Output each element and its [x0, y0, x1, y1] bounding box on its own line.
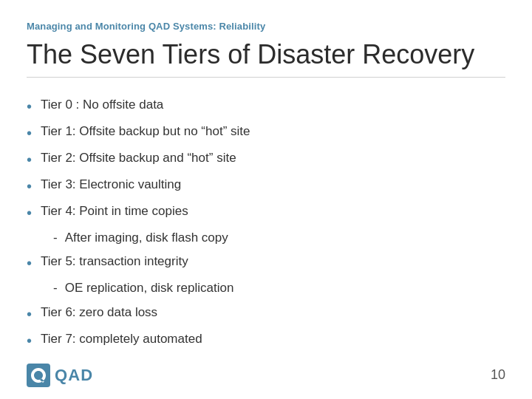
logo-text: QAD — [55, 366, 93, 385]
tier-item-tier3: • Tier 3: Electronic vaulting — [27, 177, 505, 196]
tier-text-tier5: Tier 5: transaction integrity — [41, 253, 505, 270]
tier-item-tier5: • Tier 5: transaction integrity — [27, 253, 505, 273]
tier-item-tier4: • Tier 4: Point in time copies — [27, 203, 505, 222]
tier-item-tier7: • Tier 7: completely automated — [27, 331, 505, 350]
bullet-tier0: • — [27, 97, 32, 116]
subtitle: Managing and Monitoring QAD Systems: Rel… — [27, 21, 505, 32]
tier-item-tier2: • Tier 2: Offsite backup and “hot” site — [27, 150, 505, 169]
logo-container: QAD — [27, 364, 93, 387]
tier-text-tier6: Tier 6: zero data loss — [41, 304, 505, 321]
bullet-tier5: • — [27, 253, 32, 273]
sub-item-tier4: - After imaging, disk flash copy — [53, 230, 505, 246]
page-number: 10 — [491, 367, 505, 383]
tier-text-tier3: Tier 3: Electronic vaulting — [41, 177, 505, 193]
tier-item-tier1: • Tier 1: Offsite backup but no “hot” si… — [27, 123, 505, 143]
tier-text-tier4: Tier 4: Point in time copies — [41, 203, 505, 219]
sub-item-tier5: - OE replication, disk replication — [53, 280, 505, 296]
tier-text-tier1: Tier 1: Offsite backup but no “hot” site — [41, 123, 505, 140]
bullet-tier6: • — [27, 304, 32, 324]
tier-text-tier7: Tier 7: completely automated — [41, 331, 505, 347]
bullet-tier7: • — [27, 331, 32, 350]
sub-text-tier5: OE replication, disk replication — [65, 280, 234, 296]
content: • Tier 0 : No offsite data • Tier 1: Off… — [27, 92, 505, 357]
slide: Managing and Monitoring QAD Systems: Rel… — [0, 0, 532, 399]
tier-item-tier6: • Tier 6: zero data loss — [27, 304, 505, 324]
tier-text-tier0: Tier 0 : No offsite data — [41, 97, 505, 113]
bullet-tier3: • — [27, 177, 32, 196]
dash-tier4: - — [53, 230, 58, 246]
bullet-tier4: • — [27, 203, 32, 222]
main-title: The Seven Tiers of Disaster Recovery — [27, 39, 505, 78]
footer: QAD 10 — [27, 358, 505, 387]
tier-item-tier0: • Tier 0 : No offsite data — [27, 97, 505, 116]
dash-tier5: - — [53, 280, 58, 296]
bullet-tier1: • — [27, 123, 32, 143]
svg-rect-0 — [27, 364, 50, 387]
sub-text-tier4: After imaging, disk flash copy — [65, 230, 228, 246]
tier-text-tier2: Tier 2: Offsite backup and “hot” site — [41, 150, 505, 166]
bullet-tier2: • — [27, 150, 32, 169]
qad-logo-icon — [27, 364, 50, 387]
tier-list: • Tier 0 : No offsite data • Tier 1: Off… — [27, 97, 505, 357]
